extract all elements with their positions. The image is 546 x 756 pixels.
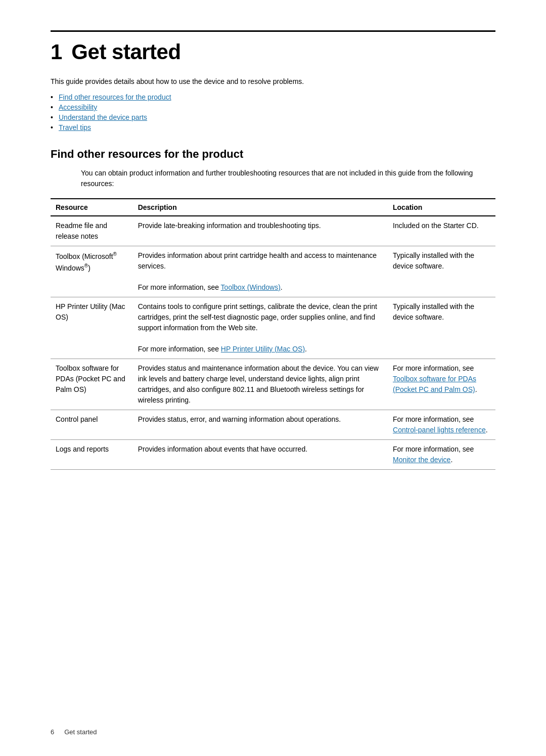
section-intro: You can obtain product information and f… [81, 168, 495, 189]
footer-section-label: Get started [64, 728, 97, 736]
resource-cell-6: Logs and reports [51, 440, 133, 470]
chapter-number: 1 [51, 40, 62, 64]
toc-item-3: Understand the device parts [51, 113, 495, 121]
resource-cell-3: HP Printer Utility (Mac OS) [51, 297, 133, 359]
resource-cell-1: Readme file and release notes [51, 216, 133, 246]
toc-link-3[interactable]: Understand the device parts [59, 113, 147, 121]
hp-printer-utility-link[interactable]: HP Printer Utility (Mac OS) [221, 345, 305, 353]
toc-link-2[interactable]: Accessibility [59, 103, 97, 111]
location-cell-2: Typically installed with the device soft… [388, 246, 495, 297]
description-cell-1: Provide late-breaking information and tr… [133, 216, 388, 246]
resource-cell-5: Control panel [51, 410, 133, 440]
table-row: Readme file and release notes Provide la… [51, 216, 495, 246]
toc-item-1: Find other resources for the product [51, 93, 495, 101]
resources-table: Resource Description Location Readme fil… [51, 198, 495, 470]
toolbox-windows-link[interactable]: Toolbox (Windows) [221, 283, 281, 291]
monitor-device-link[interactable]: Monitor the device [393, 456, 450, 464]
location-cell-5: For more information, see Control-panel … [388, 410, 495, 440]
resource-cell-2: Toolbox (Microsoft® Windows®) [51, 246, 133, 297]
footer-page-number: 6 [51, 728, 54, 736]
chapter-header: 1Get started [51, 30, 495, 64]
table-header-row: Resource Description Location [51, 199, 495, 216]
intro-text: This guide provides details about how to… [51, 76, 495, 87]
description-cell-6: Provides information about events that h… [133, 440, 388, 470]
toc-link-4[interactable]: Travel tips [59, 123, 91, 131]
description-cell-5: Provides status, error, and warning info… [133, 410, 388, 440]
resource-cell-4: Toolbox software for PDAs (Pocket PC and… [51, 359, 133, 410]
table-row: Toolbox (Microsoft® Windows®) Provides i… [51, 246, 495, 297]
description-cell-4: Provides status and maintenance informat… [133, 359, 388, 410]
toolbox-pdas-link[interactable]: Toolbox software for PDAs (Pocket PC and… [393, 375, 476, 393]
location-cell-1: Included on the Starter CD. [388, 216, 495, 246]
table-row: HP Printer Utility (Mac OS) Contains too… [51, 297, 495, 359]
location-cell-6: For more information, see Monitor the de… [388, 440, 495, 470]
toc-list: Find other resources for the product Acc… [51, 93, 495, 131]
table-row: Toolbox software for PDAs (Pocket PC and… [51, 359, 495, 410]
col-header-location: Location [388, 199, 495, 216]
col-header-description: Description [133, 199, 388, 216]
footer: 6 Get started [51, 728, 495, 736]
description-cell-2: Provides information about print cartrid… [133, 246, 388, 297]
location-cell-3: Typically installed with the device soft… [388, 297, 495, 359]
section-title: Find other resources for the product [51, 148, 495, 161]
control-panel-link[interactable]: Control-panel lights reference [393, 426, 486, 434]
location-cell-4: For more information, see Toolbox softwa… [388, 359, 495, 410]
description-cell-3: Contains tools to configure print settin… [133, 297, 388, 359]
toc-item-4: Travel tips [51, 123, 495, 131]
col-header-resource: Resource [51, 199, 133, 216]
table-row: Control panel Provides status, error, an… [51, 410, 495, 440]
table-row: Logs and reports Provides information ab… [51, 440, 495, 470]
chapter-title: Get started [71, 40, 180, 64]
toc-link-1[interactable]: Find other resources for the product [59, 93, 171, 101]
toc-item-2: Accessibility [51, 103, 495, 111]
